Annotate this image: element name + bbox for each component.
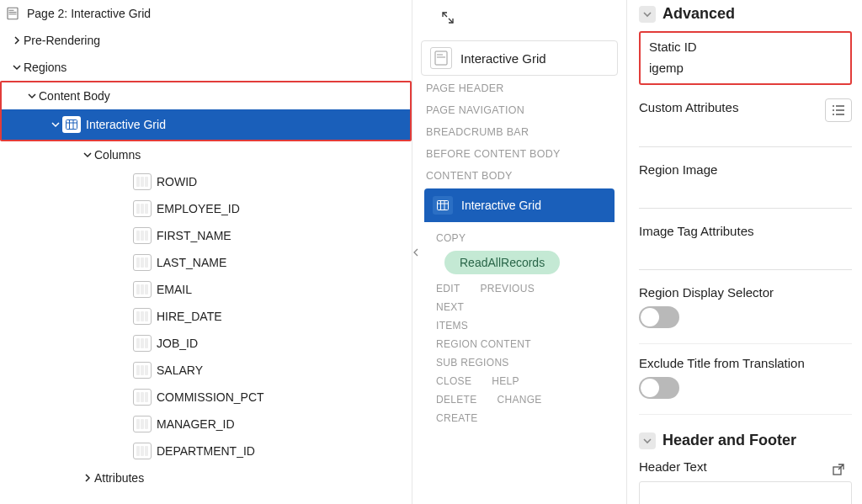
tree-pre-rendering[interactable]: Pre-Rendering — [0, 27, 412, 54]
layout-slot[interactable]: CONTENT BODY — [412, 163, 626, 185]
tree-column-item[interactable]: DEPARTMENT_ID — [0, 438, 412, 464]
svg-point-4 — [833, 105, 834, 107]
region-display-selector-label: Region Display Selector — [639, 285, 852, 300]
layout-slot[interactable]: ITEMS — [436, 320, 468, 332]
layout-slot[interactable]: BEFORE CONTENT BODY — [412, 141, 626, 163]
layout-slot[interactable]: PREVIOUS — [481, 283, 535, 294]
column-icon — [133, 442, 152, 460]
layout-slot[interactable]: HELP — [492, 375, 519, 387]
tree-page-title[interactable]: Page 2: Interactive Grid — [0, 0, 412, 27]
custom-attributes-label: Custom Attributes — [639, 100, 738, 114]
layout-slot[interactable]: EDIT — [436, 283, 460, 294]
tree-column-item[interactable]: LAST_NAME — [0, 249, 412, 276]
tree-label: HIRE_DATE — [157, 310, 222, 323]
popout-button[interactable] — [825, 458, 852, 481]
tree-interactive-grid[interactable]: Interactive Grid — [2, 109, 410, 140]
region-display-selector-toggle[interactable] — [639, 306, 679, 328]
tree-label: MANAGER_ID — [157, 417, 235, 431]
image-tag-label: Image Tag Attributes — [639, 224, 852, 238]
layout-slot[interactable]: REGION CONTENT — [436, 338, 531, 350]
layout-slot[interactable]: SUB REGIONS — [436, 357, 509, 369]
tree-label: Interactive Grid — [86, 118, 166, 131]
svg-rect-0 — [8, 8, 18, 19]
interactive-grid-icon — [62, 115, 81, 134]
page-icon — [430, 47, 452, 69]
tree-column-item[interactable]: FIRST_NAME — [0, 222, 412, 249]
tree-label: Attributes — [94, 471, 144, 485]
slot-copy[interactable]: COPY — [424, 227, 615, 247]
column-icon — [133, 226, 152, 245]
layout-slot[interactable]: DELETE — [436, 394, 476, 406]
chevron-right-icon — [10, 34, 24, 47]
tree-column-item[interactable]: EMAIL — [0, 276, 412, 303]
chevron-down-icon — [81, 148, 94, 162]
tree-column-item[interactable]: SALARY — [0, 357, 412, 384]
tree-label: COMMISSION_PCT — [157, 390, 264, 404]
svg-rect-2 — [435, 51, 447, 65]
page-icon — [3, 4, 22, 23]
custom-attributes-input[interactable] — [639, 122, 852, 147]
tree-regions[interactable]: Regions — [0, 54, 412, 81]
tree-column-item[interactable]: EMPLOYEE_ID — [0, 195, 412, 222]
region-image-label: Region Image — [639, 162, 852, 177]
tree-label: FIRST_NAME — [157, 229, 231, 242]
tree-label: ROWID — [157, 175, 197, 188]
layout-slot-row: SUB REGIONS — [424, 353, 615, 372]
layout-slot[interactable]: CREATE — [436, 412, 478, 424]
layout-slot[interactable]: PAGE NAVIGATION — [412, 98, 626, 119]
region-image-input[interactable] — [639, 183, 852, 209]
static-id-value[interactable]: igemp — [649, 61, 842, 75]
tree-column-item[interactable]: ROWID — [0, 168, 412, 195]
tree-attributes[interactable]: Attributes — [0, 464, 412, 491]
column-icon — [133, 415, 152, 433]
svg-rect-3 — [438, 201, 449, 210]
layout-slot-row: REGION CONTENT — [424, 335, 615, 353]
section-title: Advanced — [662, 5, 735, 23]
layout-slot-row: NEXT — [424, 298, 615, 316]
list-button[interactable] — [825, 98, 852, 122]
collapse-handle[interactable] — [412, 236, 420, 269]
tree-label: Content Body — [39, 89, 110, 103]
chevron-down-icon — [639, 432, 656, 449]
expand-icon[interactable] — [438, 8, 458, 28]
svg-rect-1 — [67, 120, 77, 130]
layout-panel: Interactive Grid PAGE HEADERPAGE NAVIGAT… — [412, 0, 627, 504]
tree-column-item[interactable]: JOB_ID — [0, 330, 412, 357]
layout-slot[interactable]: PAGE HEADER — [412, 76, 626, 98]
interactive-grid-icon — [433, 196, 453, 215]
column-icon — [133, 199, 152, 218]
exclude-title-toggle[interactable] — [639, 377, 679, 399]
content-body-slot: Interactive Grid COPY ReadAllRecords EDI… — [424, 188, 615, 427]
chevron-down-icon — [639, 6, 656, 23]
tree-columns[interactable]: Columns — [0, 141, 412, 168]
tree-column-item[interactable]: COMMISSION_PCT — [0, 384, 412, 411]
layout-page-title: Interactive Grid — [460, 51, 546, 66]
chevron-down-icon — [10, 61, 24, 74]
layout-slot[interactable]: NEXT — [436, 301, 464, 313]
copy-item-pill[interactable]: ReadAllRecords — [444, 251, 560, 274]
column-icon — [133, 253, 152, 272]
layout-slot[interactable]: BREADCRUMB BAR — [412, 119, 626, 141]
rendering-tree-panel: Page 2: Interactive Grid Pre-Rendering R… — [0, 0, 412, 504]
page-title-label: Page 2: Interactive Grid — [27, 7, 151, 20]
layout-slot[interactable]: CLOSE — [436, 375, 471, 387]
tree-label: LAST_NAME — [157, 256, 226, 269]
static-id-label: Static ID — [649, 40, 842, 54]
tree-content-body[interactable]: Content Body — [2, 82, 410, 109]
header-text-label: Header Text — [639, 459, 707, 474]
layout-page-header[interactable]: Interactive Grid — [421, 40, 618, 76]
image-tag-input[interactable] — [639, 245, 852, 270]
tree-label: Pre-Rendering — [24, 34, 100, 47]
layout-ig-label: Interactive Grid — [461, 199, 541, 212]
section-header-footer[interactable]: Header and Footer — [639, 432, 852, 449]
chevron-right-icon — [81, 471, 94, 485]
layout-slot-row: ITEMS — [424, 316, 615, 335]
layout-interactive-grid[interactable]: Interactive Grid — [424, 188, 615, 222]
section-advanced[interactable]: Advanced — [639, 5, 852, 23]
layout-slot[interactable]: CHANGE — [497, 394, 541, 406]
column-icon — [133, 280, 152, 299]
chevron-down-icon — [25, 89, 39, 103]
tree-column-item[interactable]: MANAGER_ID — [0, 411, 412, 438]
header-text-input[interactable] — [639, 481, 852, 504]
tree-column-item[interactable]: HIRE_DATE — [0, 303, 412, 330]
